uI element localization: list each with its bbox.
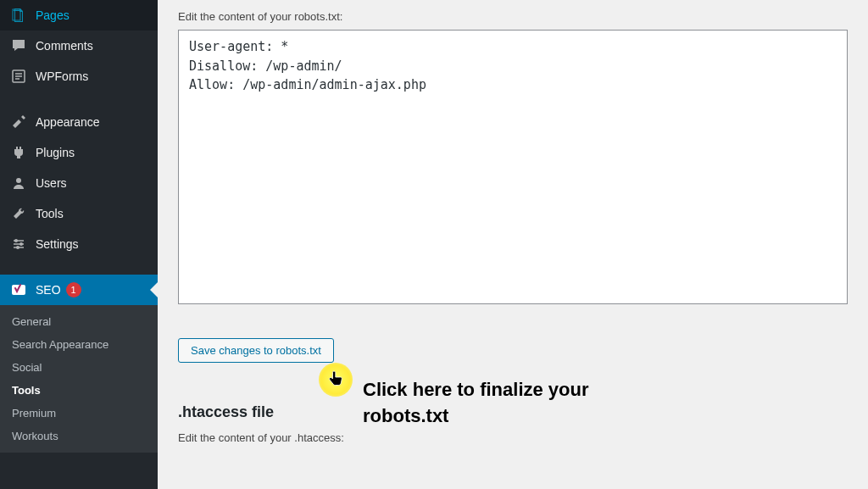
sidebar-item-wpforms[interactable]: WPForms (0, 61, 158, 92)
sidebar-label: WPForms (36, 69, 88, 83)
comments-icon (10, 37, 27, 54)
sidebar-item-users[interactable]: Users (0, 168, 158, 198)
sidebar-label: Users (36, 176, 67, 190)
sidebar-item-seo[interactable]: SEO 1 (0, 275, 158, 305)
cursor-highlight-annotation (319, 363, 353, 397)
submenu-workouts[interactable]: Workouts (0, 425, 158, 447)
sidebar-label: Plugins (36, 146, 75, 159)
sidebar-item-tools[interactable]: Tools (0, 198, 158, 229)
hand-cursor-icon (327, 370, 344, 390)
update-badge: 1 (66, 282, 81, 297)
callout-annotation: Click here to finalize your robots.txt (363, 377, 651, 430)
sidebar-label: Settings (36, 237, 79, 251)
yoast-icon (10, 281, 27, 298)
svg-point-10 (19, 242, 23, 246)
seo-submenu: General Search Appearance Social Tools P… (0, 305, 158, 453)
pages-icon (10, 7, 27, 24)
sidebar-label: SEO (36, 283, 61, 297)
robots-label: Edit the content of your robots.txt: (178, 10, 848, 23)
submenu-search-appearance[interactable]: Search Appearance (0, 333, 158, 356)
tools-icon (10, 205, 27, 222)
save-robots-button[interactable]: Save changes to robots.txt (178, 338, 334, 363)
svg-point-12 (16, 246, 19, 249)
users-icon (10, 175, 27, 192)
sidebar-item-settings[interactable]: Settings (0, 229, 158, 259)
sidebar-item-pages[interactable]: Pages (0, 0, 158, 31)
sidebar-item-plugins[interactable]: Plugins (0, 137, 158, 168)
submenu-tools[interactable]: Tools (0, 379, 158, 402)
submenu-social[interactable]: Social (0, 356, 158, 379)
svg-point-8 (14, 239, 18, 242)
svg-point-6 (16, 178, 21, 183)
admin-sidebar: Pages Comments WPForms Appearance Plugin… (0, 0, 158, 489)
robots-textarea[interactable] (178, 30, 848, 304)
htaccess-label: Edit the content of your .htaccess: (178, 431, 848, 444)
wpforms-icon (10, 68, 27, 85)
settings-icon (10, 236, 27, 253)
plugins-icon (10, 144, 27, 161)
submenu-general[interactable]: General (0, 310, 158, 333)
sidebar-label: Appearance (36, 115, 100, 129)
sidebar-item-comments[interactable]: Comments (0, 31, 158, 61)
sidebar-label: Tools (36, 207, 64, 220)
sidebar-label: Pages (36, 8, 70, 22)
submenu-premium[interactable]: Premium (0, 402, 158, 425)
sidebar-label: Comments (36, 39, 93, 53)
sidebar-item-appearance[interactable]: Appearance (0, 107, 158, 137)
appearance-icon (10, 114, 27, 131)
